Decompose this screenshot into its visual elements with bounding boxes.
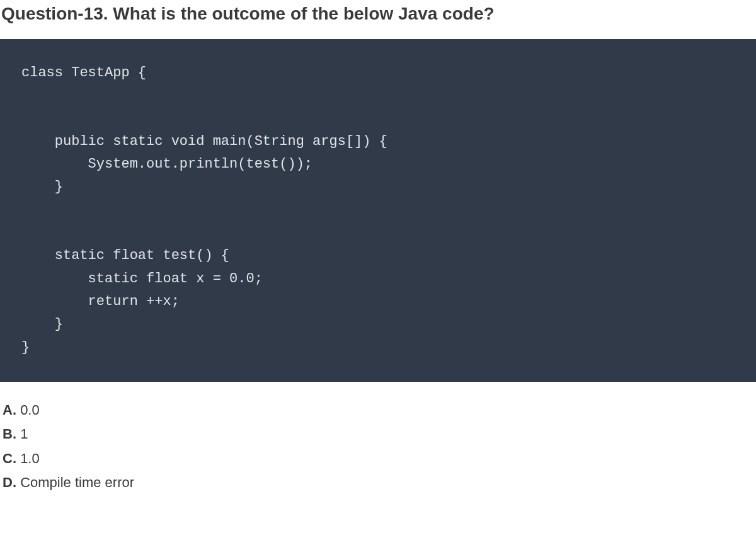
code-block: class TestApp { public static void main(… [0, 39, 756, 382]
answer-options: A. 0.0 B. 1 C. 1.0 D. Compile time error [0, 398, 756, 495]
option-text: 0.0 [20, 402, 40, 418]
option-a[interactable]: A. 0.0 [3, 398, 756, 423]
option-label: A. [3, 402, 16, 418]
option-b[interactable]: B. 1 [3, 422, 756, 447]
option-label: D. [3, 474, 16, 490]
option-d[interactable]: D. Compile time error [3, 471, 756, 495]
option-label: C. [3, 451, 16, 466]
question-title: Question-13. What is the outcome of the … [0, 0, 756, 39]
option-text: 1.0 [20, 451, 40, 466]
option-c[interactable]: C. 1.0 [3, 447, 756, 471]
option-text: 1 [20, 426, 28, 442]
option-text: Compile time error [20, 474, 134, 490]
option-label: B. [3, 426, 16, 442]
